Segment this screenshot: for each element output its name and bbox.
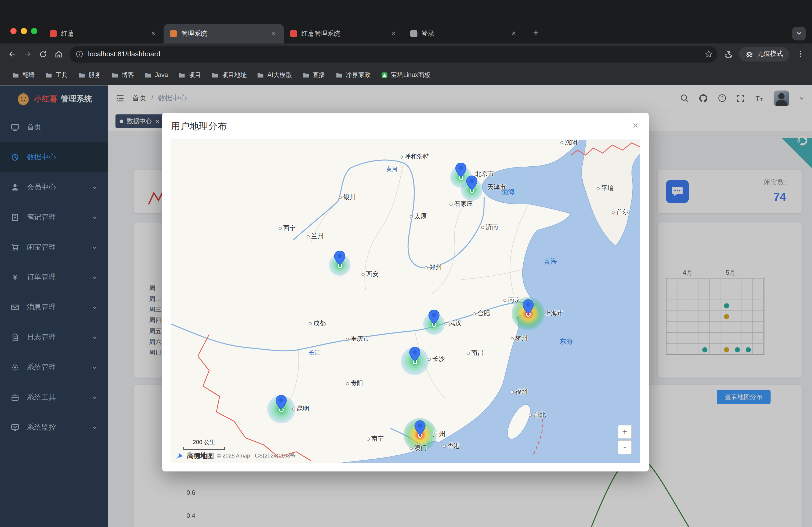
sea-label: 东海	[559, 337, 573, 346]
browser-tab[interactable]: 登录×	[404, 24, 524, 44]
tab-close-icon[interactable]: ×	[389, 30, 398, 38]
browser-menu-button[interactable]	[793, 46, 808, 62]
china-map[interactable]: 200 公里 高德地图 © 2025 Amap - GS(2024)1158号 …	[171, 140, 640, 463]
tab-close-icon[interactable]: ×	[510, 30, 518, 38]
bookmark-item[interactable]: 工具	[40, 68, 73, 82]
city-marker-dot	[338, 196, 342, 199]
screen: 红薯×管理系统×红薯管理系统×登录× + localhost:81/dashbo…	[0, 0, 812, 527]
browser-tabstrip: 红薯×管理系统×红薯管理系统×登录× +	[0, 0, 812, 44]
browser-toolbar: localhost:81/dashboard 无痕模式	[0, 44, 812, 65]
incognito-label: 无痕模式	[757, 50, 783, 59]
folder-icon	[144, 72, 152, 78]
city-name: 天津市	[487, 183, 506, 192]
map-city-label: 北京市	[475, 169, 494, 178]
folder-icon	[45, 72, 52, 78]
home-button[interactable]	[51, 46, 66, 62]
map-city-label: 石家庄	[450, 199, 473, 208]
map-city-label: 香港	[443, 442, 460, 451]
city-name: 澳门	[414, 444, 427, 453]
city-marker-dot	[481, 226, 484, 229]
baota-icon	[381, 72, 388, 78]
browser-tab[interactable]: 红薯管理系统×	[284, 24, 404, 44]
minimize-window-button[interactable]	[21, 28, 27, 34]
map-city-label: 西安	[361, 270, 379, 279]
bookmark-star-icon[interactable]	[704, 50, 713, 59]
city-name: 南京	[508, 296, 520, 304]
city-marker-dot	[279, 227, 282, 230]
city-name: 西安	[366, 270, 378, 279]
map-pin-昆明[interactable]	[276, 395, 287, 410]
map-city-label: 郑州	[424, 263, 442, 272]
map-pin-武汉[interactable]	[428, 310, 439, 325]
bookmark-item[interactable]: 翻墙	[7, 68, 40, 82]
map-pin-天津[interactable]	[466, 176, 477, 191]
bookmark-item[interactable]: AI大模型	[252, 68, 297, 82]
map-city-label: 西宁	[279, 224, 296, 232]
bookmark-label: 宝塔Linux面板	[391, 71, 431, 79]
map-pin-北京[interactable]	[455, 163, 466, 178]
address-bar[interactable]: localhost:81/dashboard	[69, 46, 717, 62]
tab-search-button[interactable]	[793, 27, 806, 40]
browser-tab[interactable]: 管理系统×	[163, 24, 284, 44]
zoom-in-button[interactable]: +	[618, 425, 632, 439]
bookmark-item[interactable]: 宝塔Linux面板	[376, 68, 435, 82]
tab-close-icon[interactable]: ×	[149, 30, 157, 38]
modal-close-icon[interactable]: ×	[629, 119, 641, 132]
city-marker-dot	[366, 437, 370, 441]
bookmarks-bar: 翻墙工具服务博客Java项目项目地址AI大模型直播净界家政宝塔Linux面板	[0, 65, 812, 85]
map-geography	[171, 140, 640, 463]
back-button[interactable]	[4, 46, 19, 62]
site-info-icon[interactable]	[76, 50, 84, 58]
map-city-label: 南宁	[366, 434, 384, 443]
bookmark-label: 净界家政	[346, 71, 371, 79]
new-tab-button[interactable]: +	[528, 25, 544, 42]
tab-title: 登录	[422, 29, 505, 38]
city-marker-dot	[529, 413, 532, 417]
map-pin-西安[interactable]	[334, 250, 345, 266]
modal-title: 用户地理分布	[171, 120, 227, 132]
map-city-label: 沈阳	[561, 140, 578, 147]
city-name: 郑州	[429, 263, 442, 272]
city-marker-dot	[511, 337, 514, 340]
city-marker-dot	[612, 211, 615, 214]
map-city-label: 兰州	[307, 232, 324, 241]
dashboard-app: 小红薯 管理系统 首页数据中心会员中心笔记管理闲宝管理¥订单管理消息管理日志管理…	[0, 85, 812, 527]
incognito-badge[interactable]: 无痕模式	[739, 47, 789, 61]
map-city-label: 福州	[511, 388, 528, 396]
city-marker-dot	[443, 445, 446, 448]
extensions-button[interactable]	[721, 46, 736, 62]
tab-close-icon[interactable]: ×	[269, 30, 278, 38]
map-pin-上海[interactable]	[523, 299, 534, 314]
folder-icon	[335, 72, 343, 78]
tab-favicon	[50, 30, 57, 37]
reload-button[interactable]	[35, 46, 51, 62]
zoom-window-button[interactable]	[31, 28, 37, 34]
forward-button[interactable]	[19, 46, 35, 62]
browser-tab[interactable]: 红薯×	[44, 24, 163, 44]
map-attribution: 高德地图 © 2025 Amap - GS(2024)1158号	[175, 451, 296, 461]
close-window-button[interactable]	[11, 28, 17, 34]
city-name: 上海市	[545, 308, 563, 317]
url-text[interactable]: localhost:81/dashboard	[88, 50, 700, 58]
bookmark-item[interactable]: 项目	[174, 68, 206, 82]
map-city-label: 广州	[433, 430, 445, 439]
sea-label: 黄海	[544, 257, 557, 266]
bookmark-item[interactable]: 博客	[106, 68, 139, 82]
bookmark-item[interactable]: 净界家政	[331, 68, 375, 82]
bookmark-item[interactable]: 直播	[298, 68, 330, 82]
bookmark-item[interactable]: 项目地址	[207, 68, 251, 82]
map-city-label: 昆明	[292, 404, 309, 413]
city-marker-dot	[308, 322, 312, 325]
forward-icon	[23, 50, 32, 59]
bookmark-item[interactable]: Java	[140, 69, 173, 81]
map-city-label: 重庆市	[346, 335, 369, 344]
bookmark-item[interactable]: 服务	[74, 68, 106, 82]
back-icon	[8, 50, 16, 59]
city-marker-dot	[561, 141, 564, 144]
map-pin-广州[interactable]	[414, 420, 425, 435]
map-pin-长沙[interactable]	[409, 347, 420, 362]
map-scale: 200 公里	[184, 438, 225, 450]
zoom-out-button[interactable]: -	[618, 440, 632, 454]
map-city-label: 台北	[529, 410, 546, 419]
city-name: 南昌	[471, 349, 483, 358]
